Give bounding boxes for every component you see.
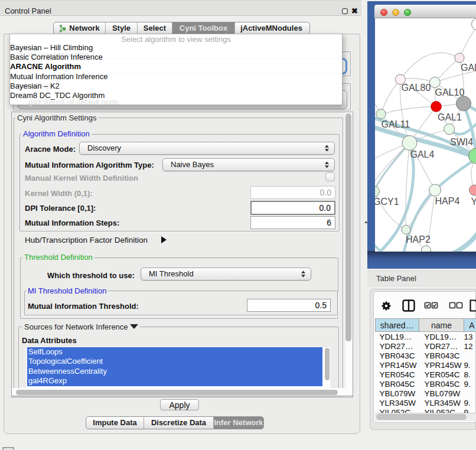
svg-text:HAP4: HAP4 [435,196,459,206]
svg-text:GAL1: GAL1 [438,112,462,122]
svg-text:GAL10: GAL10 [435,87,464,97]
svg-text:HAP2: HAP2 [406,234,431,244]
svg-text:GAL4: GAL4 [410,149,434,159]
svg-text:Y: Y [471,197,476,207]
svg-text:GAL11: GAL11 [381,119,410,129]
svg-text:GCY1: GCY1 [375,197,399,207]
svg-text:GAL80: GAL80 [401,83,431,93]
svg-text:SWI4: SWI4 [450,137,473,147]
svg-text:GAL7: GAL7 [461,63,476,73]
